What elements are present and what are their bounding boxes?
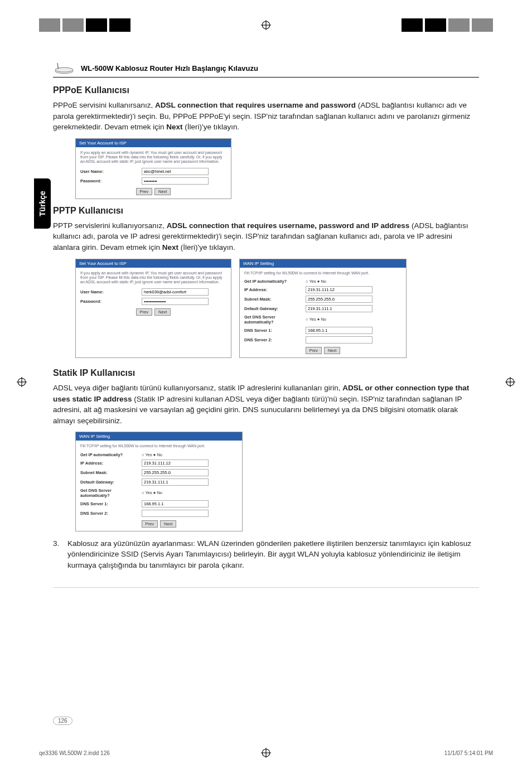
screenshot-header: WAN IP Setting: [240, 259, 406, 268]
footer-right: 11/1/07 5:14:01 PM: [444, 750, 493, 756]
dns-server-1-input[interactable]: [306, 327, 373, 334]
subnet-mask-input[interactable]: [306, 296, 373, 303]
dns-server-1-input[interactable]: [142, 500, 209, 507]
screenshot-isp-account-2: Set Your Account to ISP If you apply an …: [75, 259, 231, 358]
dns-server-2-input[interactable]: [142, 510, 209, 517]
print-marks-top: [0, 17, 532, 33]
list-text: Kablosuz ara yüzünüzün ayarlanması: WLAN…: [67, 538, 479, 571]
next-button[interactable]: Next: [154, 308, 171, 316]
instruction-list: 3. Kablosuz ara yüzünüzün ayarlanması: W…: [53, 538, 479, 571]
password-input[interactable]: [142, 177, 209, 185]
registration-icon: [261, 20, 271, 30]
get-ip-auto-radio[interactable]: ○ Yes ● No: [142, 452, 162, 457]
default-gateway-input[interactable]: [306, 305, 373, 312]
get-ip-auto-label: Get IP automatically?: [244, 279, 306, 284]
next-button[interactable]: Next: [154, 188, 171, 195]
screenshot-wan-ip-2: WAN IP Setting Fill TCP/IP setting for W…: [75, 432, 243, 531]
get-ip-auto-radio[interactable]: ○ Yes ● No: [306, 279, 326, 284]
prev-button[interactable]: Prev: [142, 520, 158, 528]
user-name-input[interactable]: [142, 168, 209, 175]
password-label: Password:: [80, 299, 142, 304]
screenshot-desc: Fill TCP/IP setting for WL500W to connec…: [80, 444, 238, 448]
screenshot-desc: If you apply an account with dynamic IP,…: [80, 271, 226, 285]
prev-button[interactable]: Prev: [306, 347, 322, 354]
user-name-label: User Name:: [80, 169, 142, 174]
screenshot-isp-account-1: Set Your Account to ISP If you apply an …: [75, 138, 231, 199]
print-mark-right: [505, 377, 515, 387]
get-dns-auto-radio[interactable]: ○ Yes ● No: [142, 490, 162, 495]
prev-button[interactable]: Prev: [136, 188, 152, 195]
separator: [53, 587, 479, 588]
registration-icon: [261, 748, 271, 758]
section-static-ip-body: ADSL veya diğer bağlantı türünü kullanıy…: [53, 383, 479, 426]
subnet-mask-label: Subnet Mask:: [244, 297, 306, 302]
subnet-mask-input[interactable]: [142, 469, 209, 476]
screenshot-desc: Fill TCP/IP setting for WL500W to connec…: [244, 271, 402, 275]
dns-server-2-label: DNS Server 2:: [80, 511, 142, 516]
language-tab: Türkçe: [34, 178, 51, 229]
dns-server-2-input[interactable]: [306, 336, 373, 344]
get-ip-auto-label: Get IP automatically?: [80, 452, 142, 457]
router-icon: [53, 61, 75, 75]
get-dns-auto-label: Get DNS Server automatically?: [80, 488, 142, 498]
ip-address-input[interactable]: [142, 460, 209, 467]
get-dns-auto-radio[interactable]: ○ Yes ● No: [306, 317, 326, 322]
registration-icon: [505, 377, 515, 387]
section-pptp-body: PPTP servislerini kullanıyorsanız, ADSL …: [53, 220, 479, 253]
default-gateway-label: Default Gateway:: [244, 306, 306, 311]
print-marks-bottom: qe3336 WL500W 2.indd 126 11/1/07 5:14:01…: [0, 747, 532, 758]
svg-point-13: [55, 67, 73, 72]
next-button[interactable]: Next: [324, 347, 340, 354]
prev-button[interactable]: Prev: [136, 308, 152, 316]
get-dns-auto-label: Get DNS Server automatically?: [244, 315, 306, 325]
screenshot-header: WAN IP Setting: [76, 432, 242, 441]
screenshot-wan-ip-1: WAN IP Setting Fill TCP/IP setting for W…: [239, 259, 407, 358]
section-pppoe-title: PPPoE Kullanıcısı: [53, 85, 479, 95]
page-header: WL-500W Kablosuz Router Hızlı Başlangıç …: [53, 61, 479, 78]
dns-server-1-label: DNS Server 1:: [244, 328, 306, 333]
ip-address-label: IP Address:: [244, 287, 306, 292]
footer-left: qe3336 WL500W 2.indd 126: [39, 750, 110, 756]
section-pptp-title: PPTP Kullanıcısı: [53, 206, 479, 216]
screenshot-desc: If you apply an account with dynamic IP,…: [80, 151, 226, 165]
dns-server-2-label: DNS Server 2:: [244, 337, 306, 342]
default-gateway-input[interactable]: [142, 478, 209, 486]
registration-icon: [17, 377, 27, 387]
password-label: Password:: [80, 178, 142, 183]
password-input[interactable]: [142, 298, 209, 305]
section-static-ip-title: Statik IP Kullanıcısı: [53, 368, 479, 378]
ip-address-input[interactable]: [306, 286, 373, 293]
page-number: 126: [53, 717, 72, 725]
page-content: Türkçe WL-500W Kablosuz Router Hızlı Baş…: [53, 61, 479, 725]
section-pppoe-body: PPPoE servisini kullanırsanız, ADSL conn…: [53, 100, 479, 133]
subnet-mask-label: Subnet Mask:: [80, 470, 142, 475]
svg-line-14: [57, 63, 59, 69]
print-mark-left: [17, 377, 27, 387]
list-number: 3.: [53, 538, 62, 571]
next-button[interactable]: Next: [160, 520, 176, 528]
dns-server-1-label: DNS Server 1:: [80, 501, 142, 506]
screenshot-header: Set Your Account to ISP: [76, 259, 231, 268]
user-name-label: User Name:: [80, 289, 142, 294]
default-gateway-label: Default Gateway:: [80, 480, 142, 485]
list-item: 3. Kablosuz ara yüzünüzün ayarlanması: W…: [53, 538, 479, 571]
ip-address-label: IP Address:: [80, 461, 142, 466]
user-name-input[interactable]: [142, 288, 209, 296]
screenshot-header: Set Your Account to ISP: [76, 139, 231, 147]
page-title: WL-500W Kablosuz Router Hızlı Başlangıç …: [81, 64, 258, 72]
